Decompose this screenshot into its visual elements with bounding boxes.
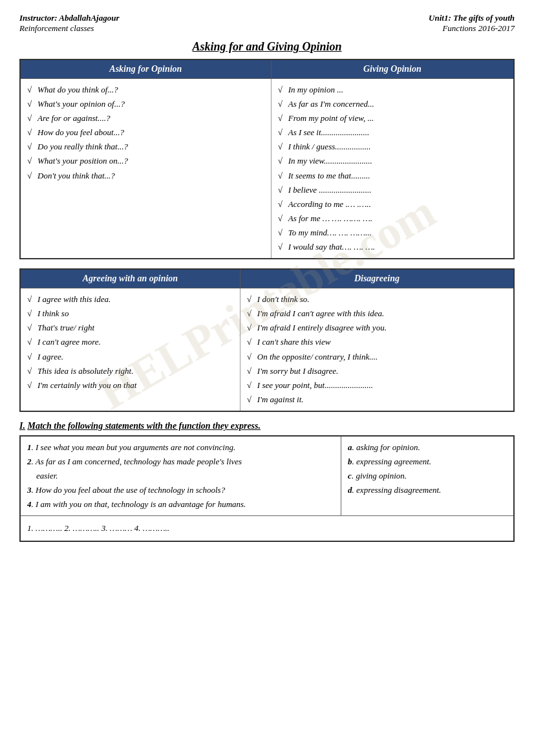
- list-item: √I would say that…. …. ….: [278, 240, 507, 254]
- item-text: a. asking for opinion.: [348, 442, 420, 452]
- item-text: I see your point, but...................…: [257, 378, 373, 393]
- list-item: √I think / guess.................: [278, 140, 507, 154]
- item-text: As for me … …. ……. ….: [288, 211, 372, 226]
- check-symbol: √: [27, 154, 35, 168]
- item-text: I think so: [37, 307, 69, 321]
- list-item: √Don't you think that...?: [27, 169, 264, 183]
- list-item: √I'm sorry but I disagree.: [247, 364, 507, 378]
- page-title: Asking for and Giving Opinion: [19, 40, 515, 54]
- check-symbol: √: [247, 350, 255, 364]
- item-text: From my point of view, ...: [288, 111, 374, 125]
- item-text: I don't think so.: [257, 292, 310, 307]
- list-item: √I believe .........................: [278, 183, 507, 197]
- list-item: 1. I see what you mean but you arguments…: [27, 440, 334, 455]
- list-item: √I can't agree more.: [27, 335, 233, 349]
- item-text: I'm afraid I entirely disagree with you.: [257, 321, 387, 335]
- unit-label: Unit1: The gifts of youth: [429, 13, 515, 23]
- list-item: √What's your opinion of...?: [27, 97, 264, 111]
- disagreeing-col: √I don't think so. √I'm afraid I can't a…: [240, 288, 514, 411]
- check-symbol: √: [27, 335, 35, 349]
- list-item: √This idea is absolutely right.: [27, 364, 233, 378]
- item-text: . As far as I am concerned, technology h…: [32, 457, 242, 466]
- check-symbol: √: [27, 97, 35, 111]
- item-text: To my mind…. …. ……...: [288, 226, 372, 240]
- list-item: √I agree with this idea.: [27, 292, 233, 307]
- list-item: √Are for or against....?: [27, 111, 264, 125]
- item-text: Don't you think that...?: [37, 169, 115, 183]
- check-symbol: √: [278, 111, 286, 125]
- list-item: √How do you feel about...?: [27, 125, 264, 140]
- opinion-table: Asking for Opinion Giving Opinion √What …: [19, 59, 515, 259]
- item-text: In my opinion ...: [288, 83, 343, 97]
- check-symbol: √: [278, 83, 286, 97]
- check-symbol: √: [27, 350, 35, 364]
- list-item: √From my point of view, ...: [278, 111, 507, 125]
- section-number: I.: [19, 421, 25, 431]
- giving-opinion-col: √In my opinion ... √As far as I'm concer…: [271, 79, 514, 259]
- item-text: I would say that…. …. ….: [288, 240, 375, 254]
- list-item: √In my view.......................: [278, 154, 507, 168]
- class-label: Reinforcement classes: [19, 23, 94, 34]
- answer-item: d. expressing disagreement.: [348, 483, 507, 497]
- item-text: As far as I'm concerned...: [288, 97, 374, 111]
- functions-label: Functions 2016-2017: [442, 23, 515, 34]
- check-symbol: √: [27, 321, 35, 335]
- item-text: I can't share this view: [257, 335, 331, 349]
- item-text: . I see what you mean but you arguments …: [32, 442, 236, 452]
- check-symbol: √: [27, 378, 35, 393]
- item-text: What's your opinion of...?: [37, 97, 125, 111]
- check-symbol: √: [278, 169, 286, 183]
- check-symbol: √: [247, 335, 255, 349]
- item-text: What's your position on...?: [37, 154, 128, 168]
- check-symbol: √: [247, 393, 255, 407]
- list-item: √I'm afraid I entirely disagree with you…: [247, 321, 507, 335]
- list-item: √As far as I'm concerned...: [278, 97, 507, 111]
- item-text: b. expressing agreement.: [348, 457, 431, 466]
- answer-item: c. giving opinion.: [348, 469, 507, 483]
- check-symbol: √: [247, 321, 255, 335]
- agree-header: Agreeing with an opinion: [20, 269, 240, 288]
- item-text: Are for or against....?: [37, 111, 111, 125]
- check-symbol: √: [27, 125, 35, 140]
- check-symbol: √: [27, 364, 35, 378]
- check-symbol: √: [27, 140, 35, 154]
- exercise-left-col: 1. I see what you mean but you arguments…: [20, 436, 341, 516]
- item-text: . I am with you on that, technology is a…: [32, 499, 246, 509]
- item-text: I can't agree more.: [37, 335, 101, 349]
- agree-disagree-table: Agreeing with an opinion Disagreeing √I …: [19, 268, 515, 412]
- item-text: c. giving opinion.: [348, 471, 407, 481]
- list-item-indent: easier.: [27, 469, 334, 483]
- list-item: √I'm afraid I can't agree with this idea…: [247, 307, 507, 321]
- list-item: √To my mind…. …. ……...: [278, 226, 507, 240]
- list-item: √I can't share this view: [247, 335, 507, 349]
- item-text: . How do you feel about the use of techn…: [32, 485, 226, 495]
- item-text: That's true/ right: [37, 321, 94, 335]
- list-item: 2. As far as I am concerned, technology …: [27, 455, 334, 469]
- list-item: √That's true/ right: [27, 321, 233, 335]
- header-info: Instructor: AbdallahAjagour Unit1: The g…: [19, 13, 515, 34]
- item-text: In my view.......................: [288, 154, 372, 168]
- item-text: As I see it.......................: [288, 125, 370, 140]
- check-symbol: √: [278, 226, 286, 240]
- disagree-header: Disagreeing: [240, 269, 514, 288]
- list-item: √What do you think of...?: [27, 83, 264, 97]
- answer-item: a. asking for opinion.: [348, 440, 507, 455]
- item-text-cont: easier.: [36, 471, 58, 481]
- list-item: √I'm against it.: [247, 393, 507, 407]
- item-text: I'm against it.: [257, 393, 304, 407]
- instruction-text: Match the following statements with the …: [27, 421, 261, 431]
- check-symbol: √: [278, 183, 286, 197]
- check-symbol: √: [27, 307, 35, 321]
- item-text: It seems to me that.........: [288, 169, 370, 183]
- list-item: √According to me .… .…..: [278, 197, 507, 211]
- item-text: I'm certainly with you on that: [37, 378, 136, 393]
- check-symbol: √: [247, 292, 255, 307]
- answers-line: 1. ……….. 2. ……….. 3. ……… 4. ………..: [20, 516, 514, 542]
- list-item: √It seems to me that.........: [278, 169, 507, 183]
- col2-header: Giving Opinion: [271, 59, 514, 79]
- asking-opinion-col: √What do you think of...? √What's your o…: [20, 79, 271, 259]
- item-text: Do you really think that...?: [37, 140, 128, 154]
- check-symbol: √: [278, 197, 286, 211]
- agreeing-col: √I agree with this idea. √I think so √Th…: [20, 288, 240, 411]
- item-text: According to me .… .…..: [288, 197, 371, 211]
